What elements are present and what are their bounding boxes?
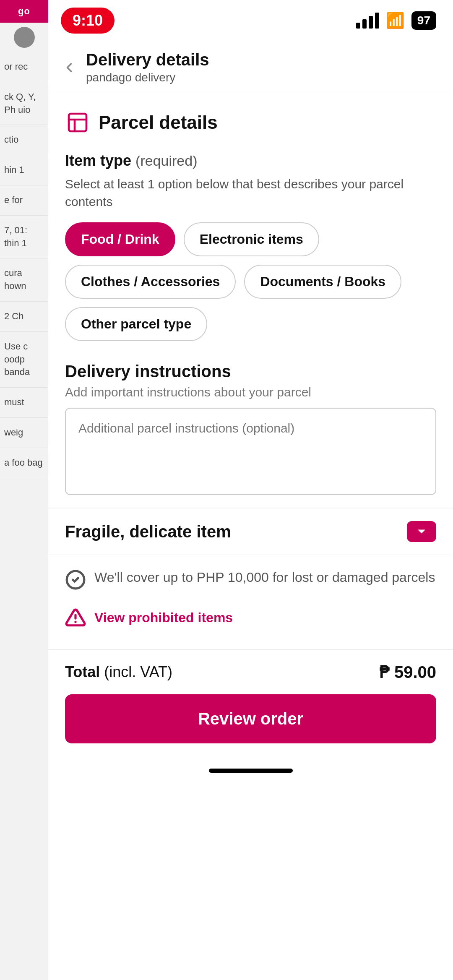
battery-indicator: 97 [411,11,436,30]
prohibited-row: View prohibited items [48,599,453,641]
chips-row-1: Food / Drink Electronic items [48,222,453,265]
chip-documents-books[interactable]: Documents / Books [244,265,401,299]
overlay-snippet-10: must [0,388,48,418]
home-indicator [48,760,453,785]
item-type-desc: Select at least 1 option below that best… [48,169,453,222]
warning-icon [65,607,86,628]
svg-rect-0 [69,114,86,131]
overlay-snippet-7: cura hown [0,258,48,302]
chips-row-3: Other parcel type [48,307,453,349]
check-icon [65,569,86,590]
overlay-snippet-3: ctio [0,125,48,155]
delivery-instructions-desc: Add important instructions about your pa… [48,385,453,408]
chip-food-drink[interactable]: Food / Drink [65,222,175,256]
overlay-snippet-2: ck Q, Y, Ph uio [0,82,48,125]
overlay-logo: go [0,0,48,23]
overlay-snippet-1: or rec [0,52,48,82]
parcel-instructions-wrapper [65,408,436,495]
left-overlay-panel: go or rec ck Q, Y, Ph uio ctio hin 1 e f… [0,0,48,980]
total-label: Total (incl. VAT) [65,663,172,681]
parcel-details-title: Parcel details [99,112,218,133]
page-header: Delivery details pandago delivery [48,38,453,93]
coverage-row: We'll cover up to PHP 10,000 for lost or… [48,555,453,599]
signal-icon [356,13,379,29]
fragile-toggle-button[interactable] [407,521,436,542]
prohibited-link[interactable]: View prohibited items [94,610,233,626]
overlay-avatar [14,27,35,48]
chips-row-2: Clothes / Accessories Documents / Books [48,265,453,307]
main-content: 9:10 📶 97 Delivery details pandago deliv… [48,0,453,785]
overlay-snippet-5: e for [0,185,48,216]
overlay-snippet-11: weig [0,418,48,448]
chip-other-parcel-type[interactable]: Other parcel type [65,307,207,341]
overlay-snippet-8: 2 Ch [0,302,48,332]
page-subtitle: pandago delivery [86,71,209,84]
status-time: 9:10 [61,8,115,34]
page-title: Delivery details [86,50,209,69]
status-bar: 9:10 📶 97 [48,0,453,38]
overlay-snippet-4: hin 1 [0,155,48,185]
parcel-instructions-input[interactable] [66,409,435,493]
home-bar [209,769,293,773]
fragile-title: Fragile, delicate item [65,522,231,541]
back-button[interactable] [57,55,82,80]
coverage-text: We'll cover up to PHP 10,000 for lost or… [94,568,435,587]
fragile-section: Fragile, delicate item [48,508,453,550]
delivery-instructions-title: Delivery instructions [48,349,453,385]
chip-electronic-items[interactable]: Electronic items [184,222,319,256]
overlay-snippet-9: Use c oodp banda [0,332,48,388]
chip-clothes-accessories[interactable]: Clothes / Accessories [65,265,236,299]
header-text: Delivery details pandago delivery [86,50,209,84]
wifi-icon: 📶 [386,12,405,29]
overlay-snippet-6: 7, 01: thin 1 [0,216,48,259]
item-type-label: Item type (required) [48,152,453,169]
parcel-details-header: Parcel details [48,93,453,143]
fragile-header: Fragile, delicate item [65,521,436,542]
parcel-icon [65,110,90,135]
status-icons: 📶 97 [356,11,436,30]
total-bar: Total (incl. VAT) ₱ 59.00 [48,649,453,694]
overlay-snippet-12: a foo bag [0,448,48,478]
total-amount: ₱ 59.00 [379,662,436,682]
review-order-button[interactable]: Review order [65,694,436,743]
